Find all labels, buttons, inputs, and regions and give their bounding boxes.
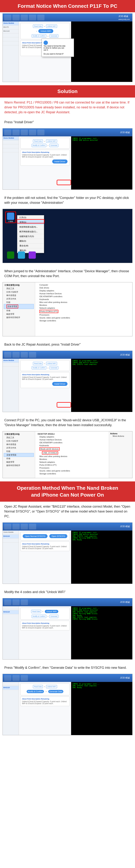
top-icon[interactable] (29, 524, 36, 529)
tree-item[interactable]: Sound, video and game controllers (37, 469, 107, 472)
sidebar-tab[interactable]: BAG110 (3, 686, 19, 690)
tree-item-usb-jcxxkeji[interactable]: USB_JCXXKEJI (37, 451, 107, 455)
tree-item[interactable]: Network adapters (37, 307, 131, 309)
top-icon[interactable] (4, 524, 11, 529)
top-icon[interactable] (29, 14, 36, 21)
tree-item[interactable]: 服务和应用程序 (4, 316, 34, 319)
tree-item[interactable]: Mice and other pointing devices (37, 455, 107, 458)
tree-item[interactable]: 服务和应用程序 (4, 464, 34, 467)
sidebar-tab[interactable] (3, 363, 19, 367)
menu-item[interactable]: 删除(D) (17, 239, 44, 244)
desktop-icon[interactable] (6, 251, 15, 259)
tree-item[interactable]: Storage controllers (37, 472, 107, 475)
tree-item[interactable]: Display adapters (37, 435, 107, 438)
top-icon[interactable] (4, 352, 11, 358)
tree-item[interactable]: Processors (37, 466, 107, 469)
tree-item[interactable]: 计算机管理(本地) (4, 283, 34, 287)
tree-item[interactable]: 系统工具 (4, 436, 34, 439)
sidebar-tab[interactable] (3, 141, 19, 144)
tree-item-libusb[interactable]: libusb-win32 devices (37, 447, 107, 451)
tree-item[interactable]: Storage controllers (37, 319, 131, 322)
top-icon[interactable] (29, 352, 36, 358)
tree-item[interactable]: 任务计划程序 (4, 290, 34, 294)
sidebar-tab[interactable] (3, 37, 19, 41)
menu-item[interactable]: 重命名(M) (17, 244, 44, 248)
tree-item[interactable]: Processors (37, 313, 131, 316)
tree-item[interactable]: 事件查看器 (4, 294, 34, 297)
top-icon[interactable] (12, 14, 19, 21)
top-icon[interactable] (4, 14, 11, 21)
install-driver-button[interactable]: Install Driver (52, 159, 68, 163)
tree-item[interactable]: 任务计划程序 (4, 439, 34, 443)
desktop-icon[interactable] (17, 251, 26, 259)
tree-item[interactable]: 性能 (4, 450, 34, 453)
tree-item[interactable]: 计算机管理(本地) (4, 432, 34, 436)
unbind-button[interactable]: Unlock WiFi (38, 29, 53, 33)
top-icon[interactable] (21, 599, 28, 605)
top-icon[interactable] (29, 129, 36, 135)
sidebar-tab[interactable]: Home Module (3, 531, 19, 534)
top-icon[interactable] (12, 352, 19, 358)
tree-item[interactable]: Keyboards (37, 298, 131, 301)
tree-item[interactable]: 磁盘管理 (4, 460, 34, 464)
menu-item[interactable]: 断开网络驱动器(C)... (17, 229, 44, 234)
tree-item[interactable]: 系统工具 (4, 287, 34, 290)
modify-confirm-button[interactable]: Modify & Confirm (27, 690, 44, 693)
sidebar-tab-bag110[interactable]: BAG110 (3, 534, 19, 538)
menu-item[interactable]: 创建快捷方式(S) (17, 234, 44, 239)
sidebar-tab[interactable]: Home Module (3, 136, 19, 141)
top-icon[interactable] (12, 524, 19, 529)
tree-item[interactable]: Network adapters (37, 461, 107, 464)
tree-item[interactable]: Human Interface Devices (37, 438, 107, 441)
tree-item[interactable]: 共享文件夹 (4, 297, 34, 301)
tree-item[interactable]: Monitors (37, 458, 107, 461)
sidebar-tab[interactable] (3, 148, 19, 152)
tree-item[interactable]: Human Interface Devices (37, 292, 131, 295)
top-icon[interactable] (37, 14, 44, 21)
install-driver-button[interactable]: Install Driver (52, 382, 68, 386)
sidebar-tab[interactable] (3, 144, 19, 148)
sidebar-tab[interactable] (3, 606, 19, 610)
sidebar-tab[interactable]: Home Module (3, 359, 19, 363)
desktop-icon[interactable] (28, 251, 37, 259)
tree-item[interactable]: Monitors (37, 304, 131, 307)
top-icon[interactable] (4, 599, 11, 605)
tree-item[interactable]: 事件查看器 (4, 443, 34, 446)
sidebar-tab[interactable]: BGA70 (3, 26, 19, 29)
tree-item[interactable]: Ports (COM & LPT) (37, 464, 107, 466)
top-icon[interactable] (21, 524, 28, 529)
sidebar-tab[interactable] (3, 538, 19, 542)
menu-item[interactable]: 映射网络驱动器(N)... (17, 225, 44, 229)
tree-item[interactable]: 共享文件夹 (4, 446, 34, 450)
tree-item[interactable]: IDE ATA/ATAPI controllers (37, 295, 131, 298)
sidebar-tab[interactable]: BAG110 (3, 610, 19, 614)
sidebar-tab[interactable]: BGA110 (3, 29, 19, 33)
top-icon[interactable] (4, 129, 11, 135)
tree-item[interactable]: DESKTOP-4KEELI (37, 432, 107, 435)
sidebar-tab[interactable] (3, 682, 19, 686)
top-icon[interactable] (21, 14, 28, 21)
top-icon[interactable] (12, 675, 19, 681)
tree-item[interactable]: Sound, video and game controllers (37, 316, 131, 319)
tree-item[interactable]: 磁盘管理 (4, 312, 34, 316)
tree-item[interactable]: IDE ATA/ATAPI controllers (37, 441, 107, 444)
top-icon[interactable] (12, 599, 19, 605)
top-icon[interactable] (4, 675, 11, 681)
sidebar-tab[interactable] (3, 41, 19, 45)
tree-item[interactable]: 存储 (4, 309, 34, 312)
top-icon[interactable] (21, 352, 28, 358)
more-actions[interactable]: More Actions (110, 435, 131, 437)
top-icon[interactable] (37, 129, 44, 135)
top-icon[interactable] (21, 129, 28, 135)
tree-item[interactable]: 存储 (4, 457, 34, 460)
open-normal-syscfg-button[interactable]: Open Normal SYSCFG (23, 534, 48, 538)
generate-data-button[interactable]: Generate Data (48, 690, 63, 693)
tree-item[interactable]: Keyboards (37, 444, 107, 447)
tree-item[interactable]: 性能 (4, 301, 34, 304)
tree-item[interactable]: Disk drives (37, 286, 131, 289)
tree-item[interactable]: Display adapters (37, 289, 131, 292)
open-syscfg-button[interactable]: Open SYSCFG (49, 534, 67, 538)
tree-item-device-manager[interactable]: 设备管理器 (4, 453, 34, 457)
tree-item[interactable]: Mice and other pointing devices (37, 301, 131, 304)
sidebar-tab[interactable] (3, 33, 19, 37)
